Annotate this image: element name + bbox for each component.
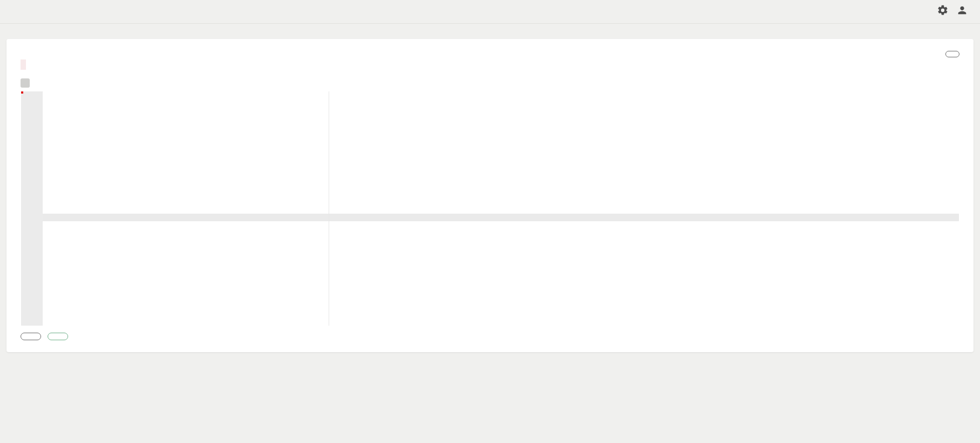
app-header bbox=[0, 0, 980, 24]
help-text bbox=[21, 58, 959, 71]
user-icon[interactable] bbox=[956, 4, 968, 18]
config-card bbox=[6, 39, 974, 352]
cancel-button[interactable] bbox=[21, 333, 41, 340]
code-editor[interactable] bbox=[21, 91, 959, 326]
button-row bbox=[21, 333, 959, 340]
line-number-gutter bbox=[21, 91, 43, 326]
save-button[interactable] bbox=[48, 333, 68, 340]
soft-wrap-row bbox=[21, 78, 959, 88]
help-code bbox=[21, 59, 26, 70]
simple-configuration-button[interactable] bbox=[945, 51, 959, 57]
gear-icon[interactable] bbox=[937, 4, 949, 18]
code-area[interactable] bbox=[43, 91, 959, 326]
header-actions bbox=[937, 4, 968, 18]
soft-wrap-checkbox[interactable] bbox=[21, 78, 30, 88]
